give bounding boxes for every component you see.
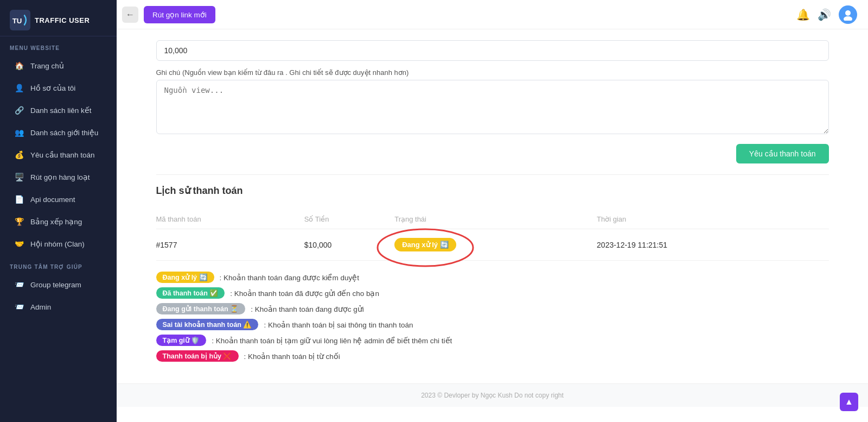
legend-badge-3: Sai tài khoản thanh toán ⚠️ bbox=[156, 319, 259, 330]
legend-row-0: Đang xử lý 🔄: Khoản thanh toán đang được… bbox=[156, 272, 829, 283]
hoi-nhom-icon: 🤝 bbox=[13, 238, 25, 250]
legend-desc-2: : Khoản thanh toán đang được gửi bbox=[251, 305, 364, 313]
sidebar: TU TRAFFIC USER MENU WEBSITE 🏠Trang chủ👤… bbox=[0, 0, 117, 422]
col-amount: Số Tiền bbox=[304, 210, 394, 229]
cell-time: 2023-12-19 11:21:51 bbox=[597, 229, 828, 261]
content-area: Ghi chú (Nguồn view bạn kiếm từ đâu ra .… bbox=[117, 29, 868, 422]
legend-badge-1: Đã thanh toán ✅ bbox=[156, 287, 225, 299]
sidebar-item-ho-so[interactable]: 👤Hồ sơ của tôi bbox=[3, 77, 113, 99]
legend-desc-3: : Khoản thanh toán bị sai thông tin than… bbox=[264, 320, 413, 329]
logo-text: TRAFFIC USER bbox=[35, 16, 90, 24]
legend-row-5: Thanh toán bị hủy ❌: Khoản thanh toán bị… bbox=[156, 350, 829, 362]
table-head: Mã thanh toán Số Tiền Trạng thái Thời gi… bbox=[156, 210, 829, 229]
history-title: Lịch sử thanh toán bbox=[156, 185, 829, 197]
table-header-row: Mã thanh toán Số Tiền Trạng thái Thời gi… bbox=[156, 210, 829, 229]
sidebar-item-bang-xep-hang[interactable]: 🏆Bảng xếp hạng bbox=[3, 211, 113, 232]
notification-button[interactable]: 🔔 bbox=[796, 8, 810, 21]
legend-section: Đang xử lý 🔄: Khoản thanh toán đang được… bbox=[156, 272, 829, 362]
svg-point-3 bbox=[844, 16, 852, 21]
sidebar-item-danh-sach-gioi-thieu[interactable]: 👥Danh sách giới thiệu bbox=[3, 122, 113, 143]
content-inner: Ghi chú (Nguồn view bạn kiếm từ đâu ra .… bbox=[140, 29, 845, 383]
col-id: Mã thanh toán bbox=[156, 210, 304, 229]
cell-status: Đang xử lý 🔄 bbox=[394, 229, 597, 261]
form-section: Ghi chú (Nguồn view bạn kiếm từ đâu ra .… bbox=[156, 40, 829, 163]
sidebar-item-trang-chu[interactable]: 🏠Trang chủ bbox=[3, 55, 113, 77]
danh-sach-lien-ket-icon: 🔗 bbox=[13, 104, 25, 116]
logo-area: TU TRAFFIC USER bbox=[0, 0, 117, 36]
legend-desc-4: : Khoản thanh toán bị tạm giữ vui lòng l… bbox=[212, 336, 452, 345]
submit-row: Yêu cầu thanh toán bbox=[156, 144, 829, 163]
note-label: Ghi chú (Nguồn view bạn kiếm từ đâu ra .… bbox=[156, 68, 829, 77]
legend-badge-2: Đang gửi thanh toán ⏳ bbox=[156, 303, 246, 314]
history-section: Lịch sử thanh toán Mã thanh toán Số Tiền… bbox=[156, 185, 829, 362]
admin-icon: 📨 bbox=[13, 301, 25, 313]
support-label: TRUNG TÂM TRỢ GIÚP bbox=[0, 255, 117, 273]
legend-desc-5: : Khoản thanh toán bị từ chối bbox=[244, 352, 340, 361]
sidebar-label: Yêu cầu thanh toán bbox=[30, 150, 95, 159]
sidebar-label: Api document bbox=[30, 196, 75, 204]
scroll-top-button[interactable]: ▲ bbox=[840, 393, 858, 411]
table-row: #1577$10,000Đang xử lý 🔄2023-12-19 11:21… bbox=[156, 229, 829, 261]
sidebar-item-hoi-nhom[interactable]: 🤝Hội nhóm (Clan) bbox=[3, 233, 113, 255]
sidebar-item-admin[interactable]: 📨Admin bbox=[3, 296, 113, 318]
note-textarea[interactable] bbox=[156, 80, 829, 134]
bang-xep-hang-icon: 🏆 bbox=[13, 216, 25, 228]
sidebar-label: Danh sách giới thiệu bbox=[30, 128, 98, 137]
logo-icon: TU bbox=[10, 10, 30, 30]
status-badge-wrapper: Đang xử lý 🔄 bbox=[394, 238, 456, 251]
sidebar-menu: 🏠Trang chủ👤Hồ sơ của tôi🔗Danh sách liên … bbox=[0, 54, 117, 255]
trang-chu-icon: 🏠 bbox=[13, 60, 25, 72]
topbar-right: 🔔 🔊 bbox=[796, 5, 857, 24]
section-divider bbox=[156, 174, 829, 175]
legend-badge-4: Tạm giữ 🛡️ bbox=[156, 335, 207, 346]
legend-desc-0: : Khoản thanh toán đang được kiểm duyệt bbox=[220, 273, 359, 282]
amount-row bbox=[156, 40, 829, 61]
sidebar-label: Group telegram bbox=[30, 281, 81, 289]
sidebar-label: Danh sách liên kết bbox=[30, 106, 92, 115]
amount-input[interactable] bbox=[156, 40, 829, 61]
sidebar-label: Bảng xếp hạng bbox=[30, 217, 82, 226]
topbar: ← Rút gọn link mới 🔔 🔊 bbox=[117, 0, 868, 29]
history-table: Mã thanh toán Số Tiền Trạng thái Thời gi… bbox=[156, 210, 829, 261]
topbar-left: ← Rút gọn link mới bbox=[122, 6, 215, 23]
legend-desc-1: : Khoản thanh toán đã được gửi đến cho b… bbox=[230, 289, 379, 298]
footer: 2023 © Devloper by Ngọc Kush Do not copy… bbox=[117, 383, 868, 407]
legend-row-4: Tạm giữ 🛡️: Khoản thanh toán bị tạm giữ … bbox=[156, 335, 829, 346]
legend-row-2: Đang gửi thanh toán ⏳: Khoản thanh toán … bbox=[156, 303, 829, 314]
api-document-icon: 📄 bbox=[13, 193, 25, 205]
svg-point-2 bbox=[845, 10, 851, 16]
collapse-button[interactable]: ← bbox=[122, 7, 138, 23]
rut-gon-hang-loat-icon: 🖥️ bbox=[13, 171, 25, 183]
legend-badge-0: Đang xử lý 🔄 bbox=[156, 272, 214, 283]
sidebar-item-yeu-cau-thanh-toan[interactable]: 💰Yêu cầu thanh toán bbox=[3, 144, 113, 166]
footer-text: 2023 © Devloper by Ngọc Kush Do not copy… bbox=[421, 392, 564, 399]
note-row: Ghi chú (Nguồn view bạn kiếm từ đâu ra .… bbox=[156, 68, 829, 136]
legend-badge-5: Thanh toán bị hủy ❌ bbox=[156, 350, 239, 362]
rut-gon-button[interactable]: Rút gọn link mới bbox=[144, 6, 215, 23]
col-status: Trạng thái bbox=[394, 210, 597, 229]
menu-label: MENU WEBSITE bbox=[0, 36, 117, 54]
sidebar-item-api-document[interactable]: 📄Api document bbox=[3, 188, 113, 210]
avatar[interactable] bbox=[839, 5, 857, 24]
legend-row-3: Sai tài khoản thanh toán ⚠️: Khoản thanh… bbox=[156, 319, 829, 330]
group-telegram-icon: 📨 bbox=[13, 279, 25, 291]
main-area: ← Rút gọn link mới 🔔 🔊 Ghi chú (Nguồn vi… bbox=[117, 0, 868, 422]
submit-button[interactable]: Yêu cầu thanh toán bbox=[736, 144, 829, 163]
sidebar-item-group-telegram[interactable]: 📨Group telegram bbox=[3, 274, 113, 295]
cell-id: #1577 bbox=[156, 229, 304, 261]
svg-text:TU: TU bbox=[12, 17, 22, 25]
sidebar-item-rut-gon-hang-loat[interactable]: 🖥️Rút gọn hàng loạt bbox=[3, 166, 113, 188]
history-table-body: #1577$10,000Đang xử lý 🔄2023-12-19 11:21… bbox=[156, 229, 829, 261]
sidebar-label: Trang chủ bbox=[30, 61, 64, 70]
legend-row-1: Đã thanh toán ✅: Khoản thanh toán đã đượ… bbox=[156, 287, 829, 299]
ho-so-icon: 👤 bbox=[13, 82, 25, 94]
speaker-button[interactable]: 🔊 bbox=[818, 8, 831, 21]
cell-amount: $10,000 bbox=[304, 229, 394, 261]
sidebar-support: 📨Group telegram📨Admin bbox=[0, 273, 117, 318]
sidebar-label: Hồ sơ của tôi bbox=[30, 84, 75, 92]
col-time: Thời gian bbox=[597, 210, 828, 229]
sidebar-item-danh-sach-lien-ket[interactable]: 🔗Danh sách liên kết bbox=[3, 99, 113, 121]
sidebar-label: Rút gọn hàng loạt bbox=[30, 173, 90, 181]
sidebar-label: Hội nhóm (Clan) bbox=[30, 240, 85, 248]
yeu-cau-thanh-toan-icon: 💰 bbox=[13, 149, 25, 161]
